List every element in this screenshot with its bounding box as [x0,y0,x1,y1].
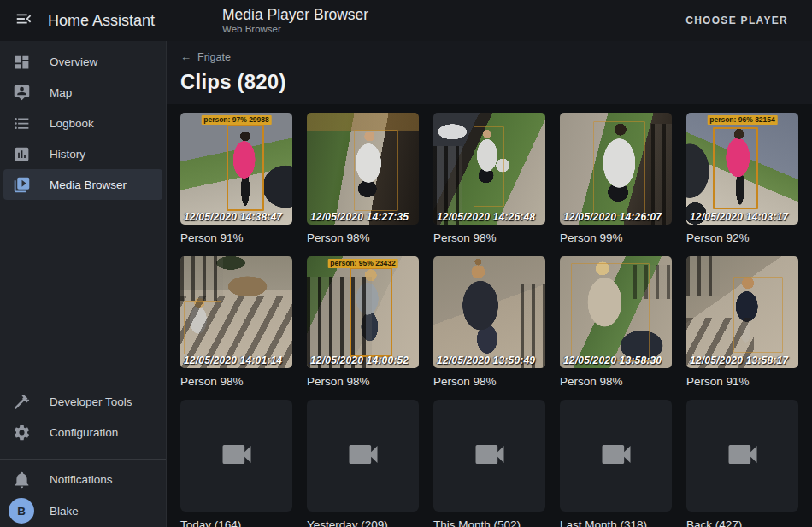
scene-art [686,256,720,296]
sidebar-item-developer-tools[interactable]: Developer Tools [3,386,162,417]
sidebar-divider [0,459,166,460]
map-account-icon [11,82,32,102]
clip-thumbnail: 12/05/2020 14:01:14 [180,256,292,368]
detection-bbox [354,130,398,212]
folder-label: Back (427) [686,518,798,527]
sidebar-toggle-button[interactable] [7,3,41,38]
clip-timestamp: 12/05/2020 14:26:48 [437,211,535,223]
detection-label: person: 97% 29988 [201,115,272,125]
detection-label: person: 96% 32154 [707,115,778,125]
folder-label: Today (164) [180,518,292,527]
clip-caption: Person 98% [307,375,419,391]
video-camera-icon [597,436,635,477]
folder-tile-today[interactable]: Today (164) [180,400,292,527]
detection-bbox [713,127,757,209]
detection-bbox [350,267,392,357]
clip-timestamp: 12/05/2020 14:27:35 [310,211,409,223]
folder-thumbnail [560,400,672,512]
page-title-block: Media Player Browser Web Browser [222,6,368,35]
clip-tile[interactable]: 12/05/2020 14:27:35 Person 98% [307,113,419,256]
home-assistant-app: Home Assistant Media Player Browser Web … [0,0,812,527]
breadcrumb-back-frigate[interactable]: ← Frigate [180,50,231,63]
avatar: B [9,498,34,524]
breadcrumb-label: Frigate [197,51,231,63]
clip-thumbnail: person: 96% 32154 12/05/2020 14:03:17 [686,113,798,225]
scene-art [651,124,672,225]
page-subtitle: Web Browser [222,24,368,35]
gear-icon [11,422,32,442]
sidebar-item-label: Logbook [50,117,94,130]
clip-caption: Person 91% [686,375,798,391]
sidebar-item-overview[interactable]: Overview [3,46,162,77]
detection-label: person: 95% 23432 [327,259,398,268]
video-camera-icon [218,436,256,477]
sidebar: Overview Map Logbook History [0,41,167,527]
clip-caption: Person 98% [433,375,545,391]
clip-timestamp: 12/05/2020 14:38:47 [184,211,282,223]
hammer-icon [11,391,32,412]
clip-tile[interactable]: person: 97% 29988 12/05/2020 14:38:47 Pe… [180,113,292,256]
page-title: Media Player Browser [222,6,368,23]
clip-tile[interactable]: 12/05/2020 14:01:14 Person 98% [180,256,292,400]
sidebar-item-map[interactable]: Map [3,77,162,108]
clip-tile[interactable]: person: 95% 23432 12/05/2020 14:00:52 Pe… [307,256,419,400]
user-name: Blake [50,505,79,518]
page-heading: Clips (820) [180,70,798,94]
sidebar-item-label: Developer Tools [50,395,132,408]
bell-icon [11,469,32,489]
clip-caption: Person 98% [433,231,545,248]
clip-tile[interactable]: 12/05/2020 13:58:17 Person 91% [686,256,798,400]
clip-tile[interactable]: 12/05/2020 13:59:49 Person 98% [433,256,545,400]
folder-tile-back[interactable]: Back (427) [686,400,798,527]
clips-grid: person: 97% 29988 12/05/2020 14:38:47 Pe… [167,104,812,527]
sidebar-item-user[interactable]: B Blake [3,495,162,527]
play-box-multiple-icon [11,174,32,195]
sidebar-item-label: Notifications [50,473,113,486]
sidebar-item-notifications[interactable]: Notifications [3,464,162,495]
clip-thumbnail: 12/05/2020 13:58:17 [686,256,798,368]
sidebar-item-label: Overview [50,56,97,68]
menu-open-icon [15,9,33,32]
clip-tile[interactable]: 12/05/2020 14:26:48 Person 98% [433,113,545,256]
sidebar-item-label: History [50,148,85,161]
clip-caption: Person 91% [180,231,292,248]
detection-bbox [593,121,644,215]
folder-thumbnail [180,400,292,512]
clip-caption: Person 99% [560,231,672,248]
folder-tile-last-month[interactable]: Last Month (318) [560,400,672,527]
media-browser-content: ← Frigate Clips (820) person: 97% 29988 … [167,41,812,527]
dashboard-icon [11,51,32,72]
clip-caption: Person 98% [307,231,419,248]
sidebar-header: Home Assistant [0,3,167,38]
clip-timestamp: 12/05/2020 13:58:30 [563,354,662,366]
content-header: ← Frigate Clips (820) [167,41,812,104]
choose-player-button[interactable]: CHOOSE PLAYER [680,8,793,33]
clip-caption: Person 98% [560,375,672,391]
sidebar-item-label: Media Browser [50,179,127,191]
sidebar-item-history[interactable]: History [3,138,162,169]
detection-bbox [474,126,503,207]
sidebar-item-media-browser[interactable]: Media Browser [3,169,162,200]
folder-tile-this-month[interactable]: This Month (502) [433,400,545,527]
folder-label: Last Month (318) [560,518,672,527]
video-camera-icon [471,436,509,477]
sidebar-item-configuration[interactable]: Configuration [3,417,162,448]
top-app-bar: Home Assistant Media Player Browser Web … [0,0,812,41]
video-camera-icon [724,436,762,477]
folder-thumbnail [686,400,798,512]
clip-tile[interactable]: person: 96% 32154 12/05/2020 14:03:17 Pe… [686,113,798,256]
clip-timestamp: 12/05/2020 14:03:17 [690,211,788,223]
sidebar-item-logbook[interactable]: Logbook [3,108,162,138]
clip-timestamp: 12/05/2020 13:58:17 [690,354,788,366]
detection-bbox [184,301,222,354]
app-title: Home Assistant [48,12,155,30]
clip-caption: Person 98% [180,375,292,391]
folder-label: Yesterday (209) [307,518,419,527]
folder-thumbnail [433,400,545,512]
clip-timestamp: 12/05/2020 14:00:52 [310,354,409,366]
clip-thumbnail: person: 95% 23432 12/05/2020 14:00:52 [307,256,419,368]
folder-tile-yesterday[interactable]: Yesterday (209) [307,400,419,527]
folder-label: This Month (502) [433,518,545,527]
clip-tile[interactable]: 12/05/2020 14:26:07 Person 99% [560,113,672,256]
clip-tile[interactable]: 12/05/2020 13:58:30 Person 98% [560,256,672,400]
